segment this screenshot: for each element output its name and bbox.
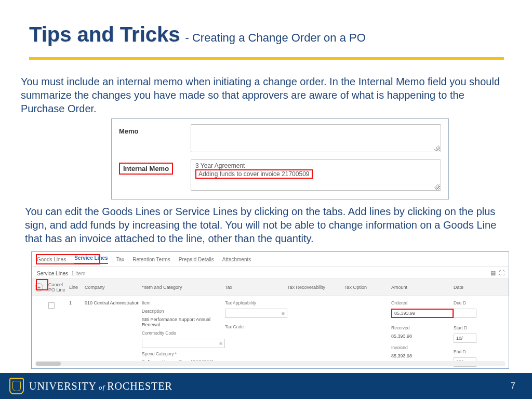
memo-label: Memo [119, 124, 181, 135]
col-amount: Amount [391, 285, 454, 290]
menu-icon[interactable]: ≡ [282, 311, 285, 316]
internal-memo-label: Internal Memo [119, 163, 173, 175]
received-value: 85,393.98 [391, 334, 454, 339]
tax-applicability-label: Tax Applicability [225, 300, 287, 305]
commodity-input[interactable]: ≡ [142, 339, 225, 348]
memo-field[interactable] [191, 124, 441, 152]
invoiced-value: 85,393.98 [391, 353, 454, 358]
expand-icon[interactable]: ⛶ [499, 270, 504, 276]
grid-header: + Cancel PO Line Line Company *Item and … [32, 278, 509, 296]
end-date-label: End D [454, 349, 485, 354]
start-date-input[interactable]: 10/ [454, 334, 476, 343]
commodity-label: Commodity Code [142, 330, 225, 336]
cancel-checkbox[interactable] [48, 302, 55, 309]
page-number: 7 [511, 381, 523, 391]
lines-screenshot: Goods Lines Service Lines Tax Retention … [31, 251, 509, 369]
col-tax: Tax [225, 285, 287, 290]
tab-goods-lines[interactable]: Goods Lines [37, 257, 66, 262]
resize-grip-icon[interactable] [434, 145, 440, 151]
received-label: Received [391, 325, 454, 330]
item-label: Item [142, 300, 225, 305]
title-divider [29, 57, 504, 60]
due-date-input[interactable] [454, 309, 476, 318]
slide-footer: UNIVERSITYofROCHESTER 7 [0, 373, 532, 399]
spend-category-label: Spend Category * [142, 351, 225, 356]
col-tax-recoverability: Tax Recoverability [287, 285, 344, 290]
cell-company: 010 Central Administration [85, 300, 142, 305]
menu-icon[interactable]: ≡ [219, 341, 222, 347]
start-date-label: Start D [454, 325, 485, 330]
grid-row: 1 010 Central Administration Item Descri… [32, 296, 509, 367]
col-line: Line [69, 285, 85, 290]
brand-rochester: ROCHESTER [107, 380, 172, 392]
internal-memo-line2: Adding funds to cover invoice 21700509 [195, 169, 313, 179]
cell-line-num: 1 [69, 300, 85, 305]
tab-attachments[interactable]: Attachments [222, 257, 251, 262]
paragraph-2: You can edit the Goods Lines or Service … [25, 205, 508, 245]
tax-code-label: Tax Code [225, 324, 287, 329]
ordered-input[interactable]: 85,393.99 [391, 309, 454, 318]
memo-screenshot: Memo Internal Memo 3 Year Agreement Addi… [111, 118, 449, 200]
grid-icon[interactable]: ▦ [490, 270, 496, 276]
tabs-row: Goods Lines Service Lines Tax Retention … [32, 252, 509, 267]
paragraph-1: You must include an internal memo when i… [21, 75, 509, 115]
col-date: Date [454, 285, 485, 290]
shield-icon [9, 378, 24, 394]
tab-service-lines[interactable]: Service Lines [74, 255, 108, 264]
resize-grip-icon[interactable] [434, 184, 440, 189]
internal-memo-line1: 3 Year Agreement [195, 162, 436, 169]
tax-applicability-input[interactable]: ≡ [225, 309, 287, 318]
invoiced-label: Invoiced [391, 345, 454, 350]
horizontal-scrollbar[interactable] [35, 361, 506, 366]
add-line-button[interactable]: + [35, 283, 43, 291]
brand-university: UNIVERSITY [29, 380, 97, 392]
col-item-category: *Item and Category [142, 285, 225, 290]
university-brand: UNIVERSITYofROCHESTER [9, 378, 172, 394]
tab-prepaid-details[interactable]: Prepaid Details [179, 257, 214, 262]
description-label: Description [142, 309, 225, 314]
description-value: SBi Performance Support Annual Renewal [142, 317, 225, 327]
tab-retention-terms[interactable]: Retention Terms [132, 257, 170, 262]
service-lines-count: 1 item [71, 271, 85, 276]
col-tax-option: Tax Option [344, 285, 391, 290]
service-lines-label: Service Lines [37, 271, 68, 276]
col-cancel: Cancel PO Line [48, 282, 69, 292]
brand-of: of [97, 383, 107, 391]
due-date-label: Due D [454, 300, 485, 305]
page-subtitle: - Creating a Change Order on a PO [185, 31, 366, 45]
page-title: Tips and Tricks [29, 23, 180, 46]
tab-tax[interactable]: Tax [116, 257, 125, 262]
ordered-label: Ordered [391, 300, 454, 305]
col-company: Company [85, 285, 142, 290]
scrollbar-thumb[interactable] [36, 362, 61, 366]
internal-memo-field[interactable]: 3 Year Agreement Adding funds to cover i… [191, 159, 441, 191]
